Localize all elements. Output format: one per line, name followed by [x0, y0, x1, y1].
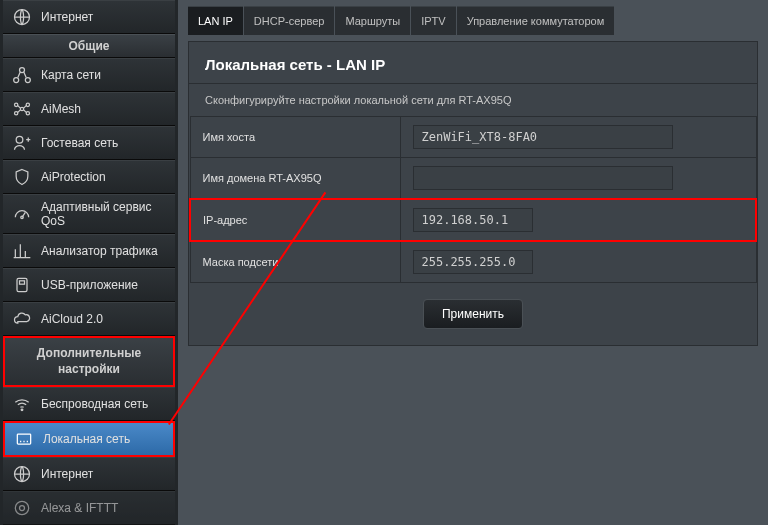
sidebar-item-internet-top[interactable]: Интернет	[3, 0, 175, 34]
sidebar-label: Интернет	[41, 10, 93, 24]
svg-point-13	[21, 409, 23, 411]
sidebar-label: Alexa & IFTTT	[41, 501, 118, 515]
svg-point-8	[26, 112, 29, 115]
row-domain: Имя домена RT-AX95Q	[190, 158, 756, 200]
sidebar-item-network-map[interactable]: Карта сети	[3, 58, 175, 92]
svg-rect-12	[20, 281, 25, 284]
chart-icon	[11, 240, 33, 262]
sidebar-label: USB-приложение	[41, 278, 138, 292]
sidebar-label: AiMesh	[41, 102, 81, 116]
sidebar-label: Беспроводная сеть	[41, 397, 148, 411]
svg-point-2	[14, 78, 19, 83]
svg-rect-14	[17, 434, 30, 444]
sidebar-label: Адаптивный сервис QoS	[41, 200, 167, 229]
input-mask[interactable]	[413, 250, 533, 274]
row-hostname: Имя хоста	[190, 117, 756, 158]
svg-point-4	[20, 107, 23, 110]
sidebar-item-aicloud[interactable]: AiCloud 2.0	[3, 302, 175, 336]
sidebar-item-guest-network[interactable]: Гостевая сеть	[3, 126, 175, 160]
label-domain: Имя домена RT-AX95Q	[190, 158, 400, 200]
globe-icon	[11, 463, 33, 485]
globe-icon	[11, 6, 33, 28]
network-map-icon	[11, 64, 33, 86]
sidebar-label: AiProtection	[41, 170, 106, 184]
label-hostname: Имя хоста	[190, 117, 400, 158]
svg-point-3	[25, 78, 30, 83]
svg-point-7	[15, 112, 18, 115]
apply-button[interactable]: Применить	[423, 299, 523, 329]
sidebar-label: Карта сети	[41, 68, 101, 82]
tab-dhcp[interactable]: DHCP-сервер	[244, 6, 335, 35]
section-header-general: Общие	[3, 34, 175, 58]
sidebar-item-traffic-analyzer[interactable]: Анализатор трафика	[3, 234, 175, 268]
row-ip-address: IP-адрес	[190, 199, 756, 241]
sidebar-item-internet[interactable]: Интернет	[3, 457, 175, 491]
svg-point-9	[16, 136, 23, 143]
sidebar-item-alexa-ifttt[interactable]: Alexa & IFTTT	[3, 491, 175, 525]
sidebar-item-lan[interactable]: Локальная сеть	[3, 421, 175, 457]
wifi-icon	[11, 393, 33, 415]
sidebar-item-usb-app[interactable]: USB-приложение	[3, 268, 175, 302]
usb-icon	[11, 274, 33, 296]
input-domain[interactable]	[413, 166, 673, 190]
sidebar-label: Интернет	[41, 467, 93, 481]
sidebar-item-aimesh[interactable]: AiMesh	[3, 92, 175, 126]
tab-routes[interactable]: Маршруты	[335, 6, 410, 35]
guest-network-icon	[11, 132, 33, 154]
sidebar-label: Анализатор трафика	[41, 244, 158, 258]
sidebar-label: Гостевая сеть	[41, 136, 118, 150]
tab-iptv[interactable]: IPTV	[411, 6, 455, 35]
shield-icon	[11, 166, 33, 188]
panel-description: Сконфигурируйте настройки локальной сети…	[189, 84, 757, 116]
sidebar-label: AiCloud 2.0	[41, 312, 103, 326]
sidebar-item-aiprotection[interactable]: AiProtection	[3, 160, 175, 194]
sidebar-label: Локальная сеть	[43, 432, 130, 446]
svg-point-6	[26, 103, 29, 106]
sidebar: Интернет Общие Карта сети AiMesh Гостева…	[0, 0, 178, 525]
tab-switch-control[interactable]: Управление коммутатором	[457, 6, 615, 35]
aimesh-icon	[11, 98, 33, 120]
svg-point-16	[15, 501, 28, 514]
speedometer-icon	[11, 203, 33, 225]
tabs: LAN IP DHCP-сервер Маршруты IPTV Управле…	[188, 6, 758, 35]
sidebar-item-wireless[interactable]: Беспроводная сеть	[3, 387, 175, 421]
panel-title: Локальная сеть - LAN IP	[189, 42, 757, 83]
input-hostname[interactable]	[413, 125, 673, 149]
cloud-icon	[11, 308, 33, 330]
label-mask: Маска подсети	[190, 241, 400, 283]
svg-point-17	[20, 506, 25, 511]
sidebar-item-qos[interactable]: Адаптивный сервис QoS	[3, 194, 175, 234]
form-table: Имя хоста Имя домена RT-AX95Q IP-адрес М…	[189, 116, 757, 283]
svg-point-5	[15, 103, 18, 106]
content: LAN IP DHCP-сервер Маршруты IPTV Управле…	[178, 0, 768, 525]
lan-icon	[13, 428, 35, 450]
row-subnet-mask: Маска подсети	[190, 241, 756, 283]
integration-icon	[11, 497, 33, 519]
panel: Локальная сеть - LAN IP Сконфигурируйте …	[188, 41, 758, 346]
tab-lan-ip[interactable]: LAN IP	[188, 6, 243, 35]
section-header-advanced: Дополнительные настройки	[3, 336, 175, 387]
input-ip[interactable]	[413, 208, 533, 232]
